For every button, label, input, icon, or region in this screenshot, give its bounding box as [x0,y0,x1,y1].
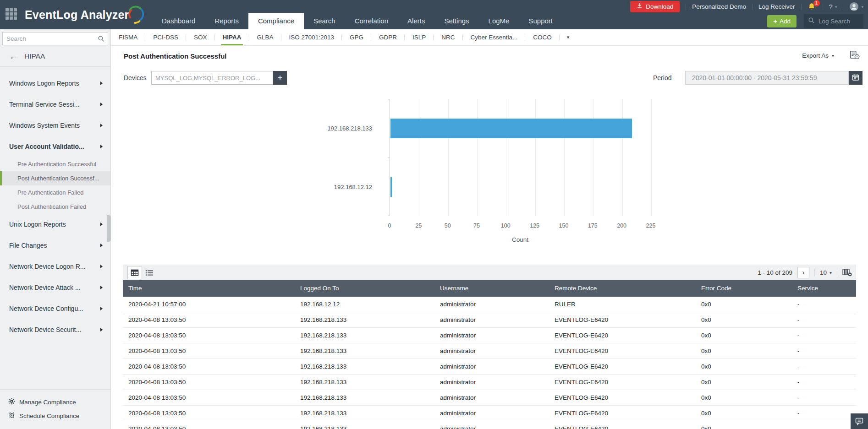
app-logo-text: EventLog Analyzer [25,6,129,23]
nav-item-support[interactable]: Support [519,13,562,29]
nav-item-dashboard[interactable]: Dashboard [152,13,205,29]
sidebar-item-windows-system-events[interactable]: Windows System Events [0,115,110,136]
table-cell: 0x0 [696,406,792,421]
sidebar-item-user-account-validatio[interactable]: User Account Validatio... [0,136,110,157]
sidebar-item-label: Network Device Attack ... [9,284,81,291]
chart-bar-192-168-12-12[interactable] [390,177,392,197]
manage-compliance-link[interactable]: Manage Compliance [0,395,110,409]
sidebar-item-file-changes[interactable]: File Changes [0,235,110,256]
sidebar-item-unix-logon-reports[interactable]: Unix Logon Reports [0,214,110,235]
table-header-row: TimeLogged On ToUsernameRemote DeviceErr… [123,280,856,297]
sidebar-item-network-device-configu[interactable]: Network Device Configu... [0,298,110,319]
schedule-compliance-link[interactable]: Schedule Compliance [0,409,110,423]
pagination-range: 1 - 10 of 209 [758,269,792,276]
add-device-button[interactable]: + [273,71,287,85]
chevron-right-icon [100,265,103,268]
app-logo[interactable]: EventLog Analyzer [25,6,144,26]
y-axis-category-label: 192.168.12.12 [334,184,372,190]
table-cell: administrator [434,421,549,429]
sidebar-item-pre-authentication-successful[interactable]: Pre Authentication Successful [0,157,110,171]
grid-view-button[interactable] [127,266,142,279]
sidebar-search-box [2,32,108,45]
compliance-tab-fisma[interactable]: FISMA [111,29,145,45]
next-page-button[interactable]: › [797,267,809,278]
column-header-remote-device[interactable]: Remote Device [549,280,696,297]
nav-item-correlation[interactable]: Correlation [345,13,398,29]
list-view-button[interactable] [142,266,157,279]
chevron-down-icon: ▾ [861,5,863,9]
chart-bar-192-168-218-133[interactable] [390,119,632,138]
sidebar-search-input[interactable] [3,33,108,45]
sidebar-item-pre-authentication-failed[interactable]: Pre Authentication Failed [0,185,110,200]
user-avatar-menu[interactable]: ▾ [849,2,863,11]
sidebar-item-post-authentication-failed[interactable]: Post Authentication Failed [0,200,110,214]
table-cell: administrator [434,359,549,374]
feedback-chat-button[interactable] [851,413,868,429]
calendar-button[interactable] [849,71,863,85]
sidebar-item-post-authentication-successf[interactable]: Post Authentication Successf... [0,171,110,185]
schedule-report-icon[interactable] [850,50,860,61]
log-receiver-link[interactable]: Log Receiver [758,3,795,10]
column-header-service[interactable]: Service [792,280,856,297]
compliance-tab-hipaa[interactable]: HIPAA [215,29,249,45]
download-button[interactable]: Download [630,1,680,12]
sidebar-item-label: File Changes [9,242,47,249]
divider [801,4,802,10]
x-axis-tick-label: 125 [525,223,545,229]
sidebar-item-network-device-securit[interactable]: Network Device Securit... [0,319,110,340]
compliance-tab-gdpr[interactable]: GDPR [371,29,405,45]
axis-tick-mark [388,99,390,99]
notifications-bell-icon[interactable]: 1 [808,2,817,11]
nav-item-alerts[interactable]: Alerts [398,13,434,29]
sidebar-section-header: ← HIPAA [0,46,110,66]
column-header-username[interactable]: Username [434,280,549,297]
column-header-time[interactable]: Time [123,280,295,297]
sidebar-item-network-device-attack[interactable]: Network Device Attack ... [0,277,110,298]
nav-item-compliance[interactable]: Compliance [248,13,304,29]
sidebar-item-terminal-service-sessi[interactable]: Terminal Service Sessi... [0,94,110,115]
compliance-tab-cyber-essentia[interactable]: Cyber Essentia... [463,29,526,45]
nav-item-settings[interactable]: Settings [434,13,478,29]
table-cell: EVENTLOG-E6420 [549,375,696,390]
export-as-dropdown[interactable]: Export As ▾ [802,52,834,59]
compliance-tab-gpg[interactable]: GPG [342,29,371,45]
nav-item-reports[interactable]: Reports [205,13,248,29]
compliance-tab-sox[interactable]: SOX [186,29,215,45]
manage-columns-button[interactable] [842,269,852,277]
x-axis-tick-label: 150 [554,223,574,229]
chevron-right-icon [100,81,103,85]
sidebar: ← HIPAA Windows Logon ReportsTerminal Se… [0,29,111,429]
nav-item-logme[interactable]: LogMe [479,13,519,29]
sidebar-collapse-handle[interactable] [107,215,111,242]
column-header-logged-on-to[interactable]: Logged On To [295,280,434,297]
column-header-error-code[interactable]: Error Code [696,280,792,297]
back-arrow-icon[interactable]: ← [9,52,18,61]
utility-bar: Download Personalized Demo Log Receiver … [630,0,863,13]
help-menu[interactable]: ? ▾ [829,3,837,11]
chevron-right-icon [100,223,103,226]
table-cell: EVENTLOG-E6420 [549,406,696,421]
table-row: 2020-04-21 10:57:00192.168.12.12administ… [123,297,856,312]
sidebar-item-label: Windows System Events [9,122,80,129]
compliance-tab-pci-dss[interactable]: PCI-DSS [145,29,186,45]
page-size-dropdown[interactable]: 10 ▾ [820,269,832,276]
chevron-right-icon [100,103,103,106]
compliance-tab-coco[interactable]: COCO [525,29,560,45]
table-cell: 2020-04-21 10:57:00 [123,297,295,312]
devices-input[interactable] [151,71,273,85]
compliance-tab-glba[interactable]: GLBA [249,29,281,45]
sidebar-item-windows-logon-reports[interactable]: Windows Logon Reports [0,73,110,94]
compliance-tab-iso-27001-2013[interactable]: ISO 27001:2013 [281,29,342,45]
nav-item-search[interactable]: Search [304,13,345,29]
log-search-box[interactable] [804,14,863,28]
sidebar-item-network-device-logon-r[interactable]: Network Device Logon R... [0,256,110,277]
log-search-input[interactable] [819,18,860,25]
period-input[interactable] [685,71,849,85]
more-tabs-dropdown[interactable]: ▾ [560,34,577,40]
apps-grid-icon[interactable] [5,8,17,20]
column-add-icon [842,269,852,277]
compliance-tab-islp[interactable]: ISLP [405,29,434,45]
add-button[interactable]: + Add [767,15,797,27]
personalized-demo-link[interactable]: Personalized Demo [692,3,746,10]
compliance-tab-nrc[interactable]: NRC [434,29,462,45]
